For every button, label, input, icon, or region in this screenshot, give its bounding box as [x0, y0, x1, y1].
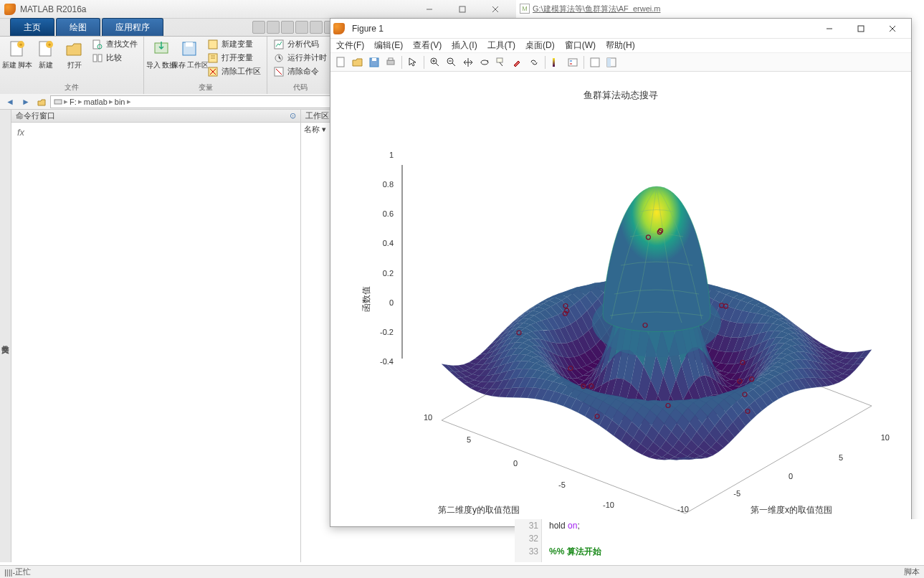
svg-line-45 — [500, 62, 503, 66]
tb-open-icon[interactable] — [350, 55, 366, 70]
command-window-panel: 命令行窗口⊙ fx — [11, 110, 301, 562]
tb-colorbar-icon[interactable] — [548, 55, 564, 70]
svg-rect-28 — [858, 26, 864, 32]
menu-insert[interactable]: 插入(I) — [452, 39, 477, 52]
figure-toolbar — [330, 53, 911, 72]
compare-button[interactable]: 比较 — [90, 52, 139, 65]
figure-axes[interactable]: 鱼群算法动态搜寻 函数值 第一维度x的取值范围 第二维度y的取值范围 — [330, 72, 911, 526]
tab-plot[interactable]: 绘图 — [56, 18, 100, 36]
svg-line-41 — [452, 63, 455, 66]
open-icon — [65, 39, 85, 60]
close-button[interactable] — [479, 1, 512, 17]
matlab-title: MATLAB R2016a — [20, 4, 413, 14]
menu-help[interactable]: 帮助(H) — [606, 39, 635, 52]
svg-rect-12 — [93, 55, 97, 62]
tb-dock-icon[interactable] — [604, 55, 619, 70]
matlab-titlebar: MATLAB R2016a — [0, 0, 516, 19]
clear-cmd-button[interactable]: 清除命令 — [272, 65, 328, 78]
tb-legend-icon[interactable] — [565, 55, 581, 70]
menu-desktop[interactable]: 桌面(D) — [525, 39, 555, 52]
z-ticks: 1 0.8 0.6 0.4 0.2 0 -0.2 -0.4 — [373, 151, 394, 366]
svg-rect-34 — [387, 60, 394, 65]
run-time-icon — [273, 52, 285, 64]
svg-rect-33 — [372, 58, 376, 61]
qa-3-icon[interactable] — [281, 21, 294, 34]
minimize-button[interactable] — [413, 1, 446, 17]
analyze-icon — [273, 39, 285, 50]
figure-menubar: 文件(F) 编辑(E) 查看(V) 插入(I) 工具(T) 桌面(D) 窗口(W… — [330, 39, 911, 53]
tab-apps[interactable]: 应用程序 — [102, 18, 163, 36]
panel-menu-icon[interactable]: ⊙ — [290, 111, 296, 120]
back-button[interactable]: ◄ — [3, 95, 17, 108]
mfile-icon: M — [520, 4, 530, 14]
qa-2-icon[interactable] — [267, 21, 280, 34]
qa-4-icon[interactable] — [295, 21, 308, 34]
prompt-icon: fx — [17, 127, 24, 138]
svg-rect-35 — [389, 58, 393, 60]
name-column: 名称 — [304, 125, 320, 133]
menu-edit[interactable]: 编辑(E) — [374, 39, 403, 52]
figure-titlebar[interactable]: Figure 1 — [330, 19, 911, 39]
drive-icon — [54, 98, 62, 106]
tb-zoomin-icon[interactable] — [427, 55, 443, 70]
editor-code[interactable]: hold on; %% 算法开始 — [542, 519, 924, 562]
z-axis-label: 函数值 — [361, 286, 373, 312]
tb-pan-icon[interactable] — [460, 55, 476, 70]
import-button[interactable]: 导入 数据 — [148, 38, 174, 82]
new-button[interactable]: + 新建 — [33, 38, 59, 82]
current-folder-tab[interactable]: 当前文件夹 — [0, 110, 11, 562]
save-ws-icon — [180, 39, 200, 60]
workspace-title: 工作区 — [305, 110, 329, 121]
menu-tools[interactable]: 工具(T) — [487, 39, 515, 52]
clear-cmd-icon — [273, 66, 285, 77]
editor-file-tab[interactable]: M G:\建模算法等\鱼群算法\AF_erwei.m — [520, 0, 660, 17]
tb-new-icon[interactable] — [333, 55, 349, 70]
analyze-code-button[interactable]: 分析代码 — [272, 38, 328, 51]
forward-button[interactable]: ► — [19, 95, 33, 108]
tb-hide-icon[interactable] — [587, 55, 603, 70]
tb-brush-icon[interactable] — [510, 55, 525, 70]
tb-link-icon[interactable] — [526, 55, 542, 70]
svg-rect-46 — [553, 58, 555, 67]
open-var-icon — [207, 52, 219, 64]
ribbon-group-code: 分析代码 运行并计时 清除命令 代码 — [267, 37, 333, 94]
menu-file[interactable]: 文件(F) — [336, 39, 364, 52]
fig-maximize-button[interactable] — [845, 20, 877, 37]
clear-ws-button[interactable]: 清除工作区 — [206, 65, 262, 78]
tb-save-icon[interactable] — [366, 55, 382, 70]
clear-ws-icon — [207, 66, 219, 77]
svg-rect-31 — [337, 57, 344, 67]
svg-rect-1 — [459, 6, 465, 12]
ribbon-group-variable: 导入 数据 保存 工作区 新建变量 打开变量 清除工作区 变量 — [144, 37, 267, 94]
find-files-icon — [92, 39, 103, 50]
save-workspace-button[interactable]: 保存 工作区 — [177, 38, 203, 82]
fig-close-button[interactable] — [877, 20, 908, 37]
menu-view[interactable]: 查看(V) — [413, 39, 442, 52]
import-icon — [151, 39, 171, 60]
status-bar: ||||- 正忙 脚本 — [0, 565, 924, 578]
svg-rect-26 — [54, 100, 62, 104]
new-var-button[interactable]: 新建变量 — [206, 38, 262, 51]
open-var-button[interactable]: 打开变量 — [206, 52, 262, 65]
qa-1-icon[interactable] — [252, 21, 265, 34]
tb-datacursor-icon[interactable] — [493, 55, 509, 70]
tab-home[interactable]: 主页 — [10, 18, 54, 36]
tb-rotate-icon[interactable] — [477, 55, 492, 70]
svg-rect-47 — [568, 59, 577, 66]
command-window[interactable]: fx — [11, 123, 300, 562]
up-folder-button[interactable] — [34, 95, 49, 108]
run-time-button[interactable]: 运行并计时 — [272, 52, 328, 65]
qa-5-icon[interactable] — [310, 21, 323, 34]
tb-zoomout-icon[interactable] — [444, 55, 459, 70]
svg-rect-16 — [186, 42, 193, 47]
compare-icon — [92, 52, 103, 64]
find-files-button[interactable]: 查找文件 — [90, 38, 139, 51]
tb-pointer-icon[interactable] — [405, 55, 421, 70]
menu-window[interactable]: 窗口(W) — [565, 39, 596, 52]
maximize-button[interactable] — [446, 1, 479, 17]
fig-minimize-button[interactable] — [814, 20, 845, 37]
new-script-button[interactable]: + 新建 脚本 — [4, 38, 30, 82]
svg-rect-13 — [98, 55, 102, 62]
tb-print-icon[interactable] — [383, 55, 399, 70]
open-button[interactable]: 打开 — [62, 38, 87, 82]
